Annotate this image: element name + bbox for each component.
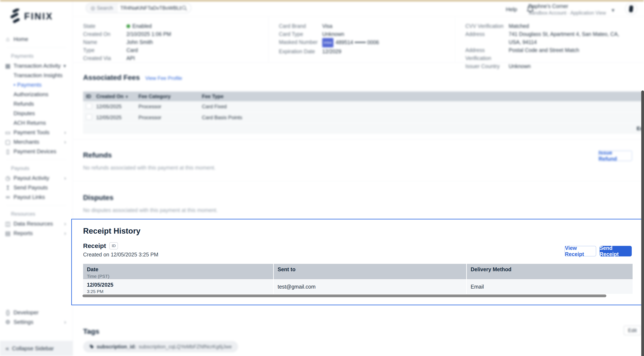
finix-logo-text: FINIX bbox=[24, 11, 53, 22]
sidebar-item-payment-devices[interactable]: ▯ Payment Devices bbox=[0, 147, 73, 156]
receipt-table-row: 12/05/2025 3:25 PM test@gmail.com Email bbox=[83, 280, 632, 294]
account-switcher[interactable]: Daphne's Corner Sandbox Account · Applic… bbox=[528, 3, 606, 16]
finix-logo-icon bbox=[9, 9, 21, 24]
settings-gear-icon: ⚙ bbox=[4, 319, 12, 326]
collapse-icon: « bbox=[6, 345, 9, 352]
sidebar-item-payments-active[interactable]: • Payments bbox=[0, 80, 73, 90]
view-receipt-button[interactable]: View Receipt bbox=[564, 246, 596, 256]
fees-table: ID Created On▾ Fee Category Fee Type Amo… bbox=[83, 92, 644, 134]
tag-icon bbox=[90, 344, 94, 349]
fees-table-header: ID Created On▾ Fee Category Fee Type Amo… bbox=[83, 92, 644, 101]
refunds-empty-text: No refunds associated with this payment … bbox=[73, 159, 644, 171]
sidebar-item-payout-activity[interactable]: ◷ Payout Activity › bbox=[0, 173, 73, 183]
payment-devices-icon: ▯ bbox=[4, 148, 12, 155]
receipt-row-delivery: Email bbox=[471, 284, 484, 290]
sidebar-item-payment-tools[interactable]: ▭ Payment Tools › bbox=[0, 128, 73, 137]
sidebar-item-home[interactable]: ⌂ Home bbox=[0, 34, 73, 44]
collapse-sidebar-button[interactable]: « Collapse Sidebar bbox=[0, 341, 73, 356]
sent-to-column-header: Sent to bbox=[278, 266, 466, 272]
sidebar-divider bbox=[6, 47, 66, 48]
horizontal-scrollbar-thumb[interactable] bbox=[82, 294, 606, 297]
refunds-title: Refunds bbox=[73, 140, 644, 159]
sidebar-nav: ⌂ Home Payments ▦ Transaction Activity ▾… bbox=[0, 34, 73, 327]
fees-table-row: 12/05/2025 Processor Card Basis Points $… bbox=[83, 112, 644, 123]
sidebar-item-reports[interactable]: ▤ Reports › bbox=[0, 228, 73, 238]
user-avatar[interactable] bbox=[625, 3, 637, 15]
sidebar: FINIX ⌂ Home Payments ▦ Transaction Acti… bbox=[0, 1, 73, 356]
sidebar-item-data-resources[interactable]: ◫ Data Resources › bbox=[0, 219, 73, 228]
copy-id-icon[interactable] bbox=[86, 114, 92, 120]
payment-details-column-1: State Enabled Created On 2/10/2025 1:06 … bbox=[73, 16, 268, 62]
refunds-section: Refunds Issue Refund No refunds associat… bbox=[73, 140, 644, 181]
fees-estimated-total: Estimated Total: $6.07 USD bbox=[83, 123, 644, 134]
search-input[interactable]: TR4NaKiNFTaDvTBoWBLbdAF bbox=[117, 5, 182, 11]
send-receipt-button[interactable]: Send Receipt bbox=[600, 246, 632, 256]
copy-id-icon[interactable] bbox=[86, 103, 92, 109]
receipt-created-on: Created on 12/05/2025 3:25 PM bbox=[83, 252, 158, 258]
disputes-empty-text: No disputes associated with this payment… bbox=[73, 202, 644, 213]
associated-fees-section: Associated Fees View Fee Profile ID Crea… bbox=[73, 63, 644, 140]
chevron-right-icon: › bbox=[64, 221, 66, 227]
topbar: ◎ Search TR4NaKiNFTaDvTBoWBLbdAF Help Da… bbox=[73, 1, 644, 16]
payout-links-icon: ∞ bbox=[4, 194, 12, 200]
payment-tools-icon: ▭ bbox=[4, 129, 12, 136]
payout-activity-icon: ◷ bbox=[4, 175, 12, 182]
receipt-history-title: Receipt History bbox=[83, 226, 140, 236]
visa-brand-chip: VISA bbox=[322, 38, 334, 47]
search-scope-icon: ◎ bbox=[91, 5, 95, 11]
transaction-activity-icon: ▦ bbox=[4, 62, 12, 69]
sidebar-item-authorizations[interactable]: Authorizations bbox=[0, 90, 73, 99]
sidebar-item-ach-returns[interactable]: ACH Returns bbox=[0, 118, 73, 128]
view-fee-profile-link[interactable]: View Fee Profile bbox=[145, 75, 182, 81]
reports-icon: ▤ bbox=[4, 230, 12, 237]
search-icon[interactable] bbox=[182, 5, 187, 11]
tag-key: subscription_id: bbox=[96, 344, 136, 350]
masked-number-value: VISA489514 •••••• 0006 bbox=[322, 38, 379, 47]
sidebar-item-settings[interactable]: ⚙ Settings › bbox=[0, 317, 73, 327]
data-resources-icon: ◫ bbox=[4, 220, 12, 227]
chevron-right-icon: › bbox=[64, 319, 66, 325]
account-context: Sandbox Account · Application View bbox=[528, 10, 606, 16]
sidebar-item-merchants[interactable]: ▢ Merchants › bbox=[0, 137, 73, 147]
state-value: Enabled bbox=[126, 22, 152, 30]
merchants-icon: ▢ bbox=[4, 139, 12, 146]
issue-refund-button[interactable]: Issue Refund bbox=[598, 150, 632, 161]
tags-title: Tags bbox=[73, 313, 644, 336]
sidebar-divider bbox=[6, 205, 66, 206]
sidebar-item-payout-links[interactable]: ∞ Payout Links bbox=[0, 192, 73, 202]
vertical-scrollbar-thumb[interactable] bbox=[641, 90, 644, 356]
sidebar-item-disputes[interactable]: Disputes bbox=[0, 109, 73, 118]
receipt-id-badge[interactable]: ID bbox=[109, 242, 118, 250]
sidebar-item-developer[interactable]: {} Developer bbox=[0, 308, 73, 317]
sidebar-section-payments: Payments bbox=[0, 51, 73, 61]
sidebar-spacer bbox=[0, 238, 73, 308]
account-chevron-down-icon[interactable]: ▾ bbox=[612, 7, 614, 14]
chevron-right-icon: › bbox=[64, 230, 66, 236]
tag-value: subscription_cqLQYeMbFZNfNcrKg6jJwe bbox=[139, 344, 232, 350]
send-payouts-icon: ↥ bbox=[4, 184, 12, 191]
receipt-history-card: Receipt History Receipt ID Created on 12… bbox=[71, 219, 642, 305]
sidebar-item-transaction-activity[interactable]: ▦ Transaction Activity ▾ bbox=[0, 61, 73, 70]
sidebar-item-refunds[interactable]: Refunds bbox=[0, 99, 73, 109]
chevron-down-icon: ▾ bbox=[64, 63, 66, 69]
help-link[interactable]: Help bbox=[506, 6, 517, 13]
receipt-row-time: 3:25 PM bbox=[87, 289, 273, 294]
edit-tags-button[interactable]: Edit bbox=[624, 326, 641, 335]
active-bullet: • bbox=[14, 82, 16, 88]
sidebar-item-transaction-insights[interactable]: Transaction Insights bbox=[0, 70, 73, 80]
chevron-right-icon: › bbox=[64, 139, 66, 145]
receipt-table: Date Time (PST) Sent to Delivery Method … bbox=[83, 264, 632, 294]
tag-pill: subscription_id: subscription_cqLQYeMbFZ… bbox=[83, 341, 238, 352]
payment-details-column-3: CVV Verification Matched Address 741 Dou… bbox=[455, 16, 644, 62]
sort-desc-icon[interactable]: ▾ bbox=[126, 94, 128, 99]
avatar-glyph bbox=[629, 5, 633, 12]
receipt-row-sent-to: test@gmail.com bbox=[278, 284, 316, 290]
finix-logo[interactable]: FINIX bbox=[0, 1, 73, 24]
associated-fees-title: Associated Fees bbox=[83, 73, 140, 82]
receipt-table-header: Date Time (PST) Sent to Delivery Method bbox=[83, 264, 632, 279]
enabled-status-dot bbox=[126, 24, 130, 28]
time-column-subheader: Time (PST) bbox=[87, 274, 273, 279]
date-column-header: Date bbox=[87, 266, 273, 272]
sidebar-item-send-payouts[interactable]: ↥ Send Payouts bbox=[0, 183, 73, 192]
search-scope-chip[interactable]: ◎ Search bbox=[86, 4, 117, 13]
